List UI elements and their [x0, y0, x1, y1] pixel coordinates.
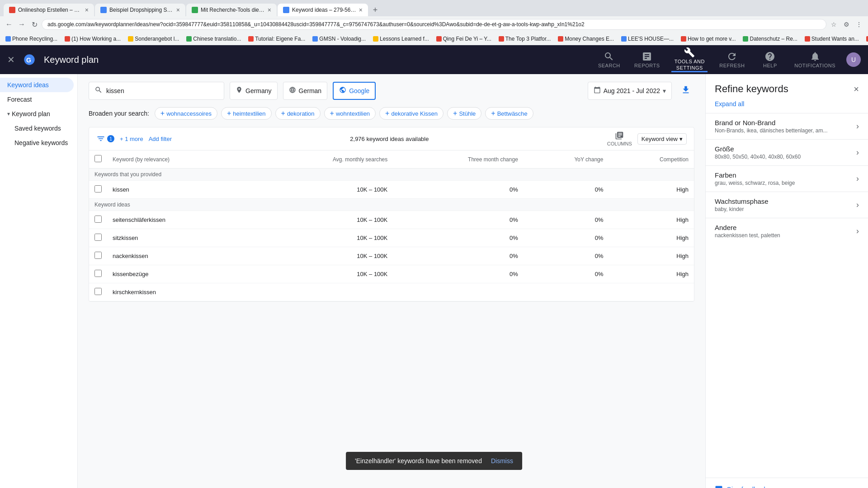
broaden-chip-2[interactable]: + dekoration — [275, 107, 321, 120]
broaden-chip-0[interactable]: + wohnaccessoires — [155, 107, 217, 120]
competition-cell: High — [609, 265, 694, 283]
tab-3[interactable]: Mit Recherche-Tools die rich... × — [186, 4, 277, 16]
broaden-chip-5[interactable]: + Stühle — [447, 107, 481, 120]
new-tab-button[interactable]: + — [369, 4, 382, 16]
sidebar-item-saved-keywords[interactable]: Saved keywords — [0, 121, 77, 136]
bookmarks-bar: Phone Recycling... (1) How Working a... … — [0, 33, 868, 45]
tab-favicon-2 — [100, 7, 107, 13]
three-month-cell: 0% — [393, 181, 524, 199]
tab-close-4[interactable]: × — [359, 6, 363, 14]
add-filter-button[interactable]: Add filter — [149, 136, 172, 142]
help-action[interactable]: HELP — [756, 51, 783, 68]
col-avg-monthly[interactable]: Avg. monthly searches — [252, 150, 393, 169]
bookmark-phone[interactable]: Phone Recycling... — [4, 35, 59, 43]
sidebar-item-keyword-plan[interactable]: ▾ Keyword plan — [0, 107, 77, 121]
broaden-label: Broaden your search: — [89, 110, 149, 117]
calendar-icon — [594, 86, 601, 95]
date-chevron-icon: ▾ — [663, 87, 666, 94]
bookmark-student[interactable]: Student Wants an... — [803, 35, 861, 43]
more-filters-button[interactable]: + 1 more — [120, 136, 143, 142]
refine-section-brand-header[interactable]: Brand or Non-Brand Non-Brands, ikea, dän… — [715, 119, 859, 134]
row-checkbox[interactable] — [94, 252, 102, 259]
tab-2[interactable]: Beispiel Dropshipping Store – ... × — [95, 4, 185, 16]
col-keyword[interactable]: Keyword (by relevance) — [107, 150, 252, 169]
row-checkbox[interactable] — [94, 234, 102, 241]
refine-section-wachstum-header[interactable]: Wachstumsphase baby, kinder › — [715, 197, 859, 212]
row-checkbox[interactable] — [94, 288, 102, 295]
bookmark-working[interactable]: (1) How Working a... — [63, 35, 123, 43]
reload-button[interactable]: ↻ — [29, 19, 40, 30]
date-filter[interactable]: Aug 2021 - Jul 2022 ▾ — [588, 82, 672, 100]
broaden-chip-4[interactable]: + dekorative Kissen — [379, 107, 443, 120]
refresh-action[interactable]: REFRESH — [718, 51, 745, 68]
broaden-chip-6[interactable]: + Bettwäsche — [485, 107, 533, 120]
keyword-input[interactable] — [106, 87, 197, 94]
sidebar-item-keyword-ideas[interactable]: Keyword ideas — [0, 78, 74, 92]
tab-close-2[interactable]: × — [176, 6, 180, 14]
broaden-chip-1[interactable]: + heimtextilien — [221, 107, 272, 120]
bookmark-chinese[interactable]: Chinese translatio... — [184, 35, 243, 43]
bookmark-icon[interactable]: ☆ — [828, 19, 839, 30]
col-competition[interactable]: Competition — [609, 150, 694, 169]
topbar-close-button[interactable]: ✕ — [7, 54, 15, 65]
row-checkbox[interactable] — [94, 270, 102, 277]
bookmark-tutorial[interactable]: Tutorial: Eigene Fa... — [246, 35, 307, 43]
feedback-button[interactable]: Give feedback — [715, 485, 859, 488]
avg-monthly-cell: 10K – 100K — [252, 181, 393, 199]
notifications-action[interactable]: NOTIFICATIONS — [794, 51, 835, 68]
plus-icon: + — [385, 109, 389, 117]
bookmark-favicon — [312, 36, 318, 42]
right-panel-close-button[interactable]: × — [854, 84, 859, 94]
back-button[interactable]: ← — [4, 19, 14, 30]
bookmark-lessons[interactable]: Lessons Learned f... — [371, 35, 431, 43]
row-checkbox[interactable] — [94, 216, 102, 223]
address-bar[interactable]: ads.google.com/aw/keywordplanner/ideas/n… — [42, 19, 826, 30]
tools-action[interactable]: TOOLS AND SETTINGS — [671, 47, 708, 72]
row-checkbox[interactable] — [94, 185, 102, 192]
refine-section-andere-header[interactable]: Andere nackenkissen test, paletten › — [715, 224, 859, 239]
bookmark-top3[interactable]: The Top 3 Platfor... — [497, 35, 553, 43]
bookmark-howmore[interactable]: How to get more v... — [679, 35, 737, 43]
tab-1[interactable]: Onlineshop Erstellen – Einfac... × — [4, 4, 94, 16]
brand-title: Brand or Non-Brand — [715, 119, 827, 127]
location-filter[interactable]: Germany — [230, 82, 278, 100]
sidebar-item-negative-keywords[interactable]: Negative keywords — [0, 136, 77, 150]
bookmark-add[interactable]: (2) How To Add A... — [864, 35, 868, 43]
tab-4[interactable]: Keyword ideas – 279-560-1B... × — [278, 4, 368, 16]
table-row: nackenkissen 10K – 100K 0% 0% High — [89, 247, 694, 265]
sidebar-item-forecast[interactable]: Forecast — [0, 92, 74, 107]
filter-button[interactable]: 1 — [96, 134, 114, 143]
bookmark-sonder[interactable]: Sonderangebot l... — [126, 35, 181, 43]
toast-dismiss-button[interactable]: Dismiss — [491, 457, 513, 465]
menu-icon[interactable]: ⋮ — [854, 19, 864, 30]
bookmark-gmsn[interactable]: GMSN - Voloadig... — [311, 35, 368, 43]
columns-button[interactable]: COLUMNS — [607, 131, 632, 146]
extension-icon[interactable]: ⚙ — [841, 19, 852, 30]
user-avatar[interactable]: U — [846, 52, 861, 67]
keyword-view-button[interactable]: Keyword view ▾ — [637, 133, 687, 145]
plus-icon: + — [160, 109, 165, 117]
broaden-chip-3[interactable]: + wohntextilien — [324, 107, 376, 120]
col-yoy[interactable]: YoY change — [524, 150, 609, 169]
expand-all-link[interactable]: Expand all — [715, 100, 744, 108]
refine-section-grosse-header[interactable]: Größe 80x80, 50x50, 40x40, 40x80, 60x60 … — [715, 145, 859, 160]
view-label: Keyword view — [642, 136, 678, 142]
bookmark-money[interactable]: Money Changes E... — [556, 35, 616, 43]
download-button[interactable] — [677, 81, 694, 100]
col-three-month[interactable]: Three month change — [393, 150, 524, 169]
search-action[interactable]: SEARCH — [595, 51, 623, 68]
bookmark-lee[interactable]: LEE'S HOUSE—... — [619, 35, 675, 43]
forward-button[interactable]: → — [16, 19, 27, 30]
select-all-checkbox[interactable] — [94, 155, 102, 162]
plus-icon: + — [491, 109, 495, 117]
reports-action[interactable]: REPORTS — [633, 51, 660, 68]
bookmark-datenschutz[interactable]: Datenschutz – Re... — [741, 35, 799, 43]
tab-close-3[interactable]: × — [268, 6, 271, 14]
plus-icon: + — [330, 109, 334, 117]
tab-close-1[interactable]: × — [85, 6, 89, 14]
bookmark-qing[interactable]: Qing Fei De Yi – Y... — [434, 35, 493, 43]
network-filter[interactable]: Google — [333, 82, 376, 100]
refine-section-farben-header[interactable]: Farben grau, weiss, schwarz, rosa, beige… — [715, 171, 859, 186]
keyword-search-box[interactable] — [89, 82, 224, 100]
language-filter[interactable]: German — [283, 82, 328, 100]
